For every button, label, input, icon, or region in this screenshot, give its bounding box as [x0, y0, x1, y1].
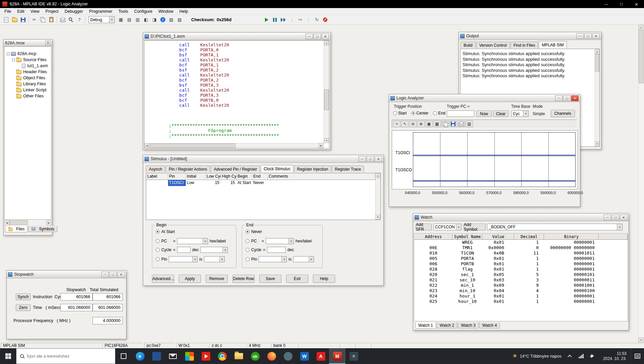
restore-icon[interactable]: [612, 215, 619, 220]
menu-programmer[interactable]: Programmer: [86, 9, 115, 14]
chevron-down-icon[interactable]: [203, 238, 208, 244]
sim-icon[interactable]: ▨: [175, 16, 184, 24]
reset-icon[interactable]: ↻: [313, 16, 321, 24]
watch-row[interactable]: 028flag0x01100000001: [414, 267, 628, 272]
menu-window[interactable]: Window: [155, 9, 176, 14]
watch-titlebar[interactable]: Watch: [413, 214, 629, 221]
copy-icon[interactable]: [39, 16, 47, 24]
close-icon[interactable]: [571, 95, 579, 101]
chevron-down-icon[interactable]: [109, 16, 114, 23]
halt-icon[interactable]: [271, 16, 279, 24]
radio-pc[interactable]: [246, 239, 250, 243]
scrollbar-thumb[interactable]: [9, 220, 28, 225]
scrollbar-thumb[interactable]: [639, 30, 644, 83]
scroll-left-icon[interactable]: ◀: [145, 143, 150, 148]
zoom-in-icon[interactable]: ⊕: [417, 121, 425, 127]
scrollbar-thumb[interactable]: [595, 54, 599, 72]
taskbar-edge-button[interactable]: e: [132, 348, 148, 364]
restore-icon[interactable]: [563, 95, 571, 101]
minimize-icon[interactable]: [599, 0, 614, 8]
tab-register-trace[interactable]: Register Trace: [332, 166, 364, 172]
scroll-up-icon[interactable]: ▲: [595, 49, 599, 54]
stopwatch-titlebar[interactable]: Stopwatch: [7, 271, 126, 278]
close-icon[interactable]: [322, 34, 329, 39]
radio-never[interactable]: [246, 230, 250, 234]
chevron-down-icon[interactable]: [192, 257, 197, 262]
editor-surface[interactable]: call Kesleltet20 bcf PORTA,0 bsf PORTA,1…: [144, 40, 329, 148]
taskbar-photos-button[interactable]: [181, 348, 198, 364]
end-pc-option[interactable]: PC = hex/label: [246, 238, 320, 244]
chevron-down-icon[interactable]: [617, 224, 622, 230]
program-icon[interactable]: ◧: [142, 16, 150, 24]
taskbar-firefox-button[interactable]: [263, 348, 280, 364]
begin-pin-combo[interactable]: [169, 256, 198, 262]
menu-tools[interactable]: Tools: [115, 9, 131, 14]
read-icon[interactable]: ◨: [150, 16, 159, 24]
close-icon[interactable]: [629, 0, 644, 8]
radio-start[interactable]: [393, 111, 397, 115]
begin-pc-combo[interactable]: [177, 238, 208, 244]
taskbar-mail-button[interactable]: [165, 348, 181, 364]
preview-icon[interactable]: ▨: [466, 121, 473, 127]
exit-button[interactable]: Exit: [286, 275, 308, 283]
tab-watch-4[interactable]: Watch 4: [479, 322, 500, 328]
delete-row-button[interactable]: Delete Row: [232, 275, 255, 283]
synch-button[interactable]: Synch: [16, 293, 31, 300]
taskbar-acrobat-button[interactable]: A: [313, 348, 329, 364]
watch-row[interactable]: 00ETMR10x0000000000000 00000000: [414, 245, 628, 251]
remove-button[interactable]: Remove: [206, 275, 228, 283]
end-never-option[interactable]: Never: [246, 229, 320, 234]
menu-help[interactable]: Help: [176, 9, 191, 14]
tree-item-library-files[interactable]: Library Files: [5, 81, 51, 87]
zoom-out-icon[interactable]: ⊖: [409, 121, 417, 127]
radio-center[interactable]: [411, 111, 415, 115]
clock[interactable]: 11:53 2024. 10. 23.: [599, 351, 631, 361]
editor-hscrollbar[interactable]: ◀ ▶: [145, 143, 324, 148]
tab-asynch[interactable]: Asynch: [146, 166, 165, 172]
animate-icon[interactable]: [279, 16, 287, 24]
project-hscrollbar[interactable]: ◀ ▶: [4, 220, 51, 225]
tab-find-in-files[interactable]: Find in Files: [511, 42, 538, 48]
menu-configure[interactable]: Configure: [131, 9, 155, 14]
restore-icon[interactable]: [314, 34, 321, 39]
project-titlebar[interactable]: 628A.mcw: [4, 40, 52, 46]
end-cycle-option[interactable]: Cycle = dec: [246, 247, 320, 253]
scroll-left-icon[interactable]: ◀: [4, 220, 9, 225]
scroll-right-icon[interactable]: ▶: [319, 143, 324, 148]
begin-cycle-combo[interactable]: [200, 247, 228, 253]
action-center-button[interactable]: [631, 348, 644, 364]
watch-row[interactable]: 024hour_10x01100000001: [414, 293, 628, 299]
menu-file[interactable]: File: [1, 9, 14, 14]
restore-icon[interactable]: [367, 156, 374, 162]
close-icon[interactable]: [620, 215, 627, 220]
tab-advanced-pin-register[interactable]: Advanced Pin / Register: [211, 166, 260, 172]
tab-build[interactable]: Build: [461, 42, 476, 48]
scroll-down-icon[interactable]: ▼: [375, 215, 380, 220]
open-icon[interactable]: [10, 16, 19, 24]
menu-project[interactable]: Project: [43, 9, 62, 14]
scroll-up-icon[interactable]: ▲: [375, 173, 380, 178]
run-icon[interactable]: [262, 16, 271, 24]
print-icon[interactable]: [58, 16, 67, 24]
scrollbar-thumb[interactable]: [150, 143, 235, 148]
scrollbar-thumb[interactable]: [324, 89, 329, 110]
watch-row[interactable]: 025hour_100x01100000001: [414, 299, 628, 304]
info-icon[interactable]: [159, 16, 167, 24]
begin-cycle-field[interactable]: [177, 247, 191, 253]
taskbar-calculator-button[interactable]: =: [345, 348, 362, 364]
new-icon[interactable]: [2, 16, 10, 24]
tree-item-object-files[interactable]: Object Files: [5, 75, 51, 81]
menu-edit[interactable]: Edit: [14, 9, 28, 14]
taskbar-dev-button[interactable]: [280, 348, 296, 364]
tab-watch-3[interactable]: Watch 3: [458, 322, 479, 328]
copy-icon[interactable]: [441, 121, 449, 127]
end-pin-value-combo[interactable]: [293, 256, 314, 262]
display-icon[interactable]: ▩: [433, 121, 441, 127]
tree-expander-icon[interactable]: [12, 58, 15, 61]
debug-mode-combo[interactable]: Debug: [89, 16, 115, 23]
radio-cycle[interactable]: [156, 248, 160, 252]
symbol-combo[interactable]: _BODEN_OFF: [487, 224, 623, 230]
restore-icon[interactable]: [584, 33, 592, 39]
begin-pc-option[interactable]: PC = hex/label: [156, 238, 234, 244]
scroll-up-icon[interactable]: ▲: [324, 41, 329, 46]
